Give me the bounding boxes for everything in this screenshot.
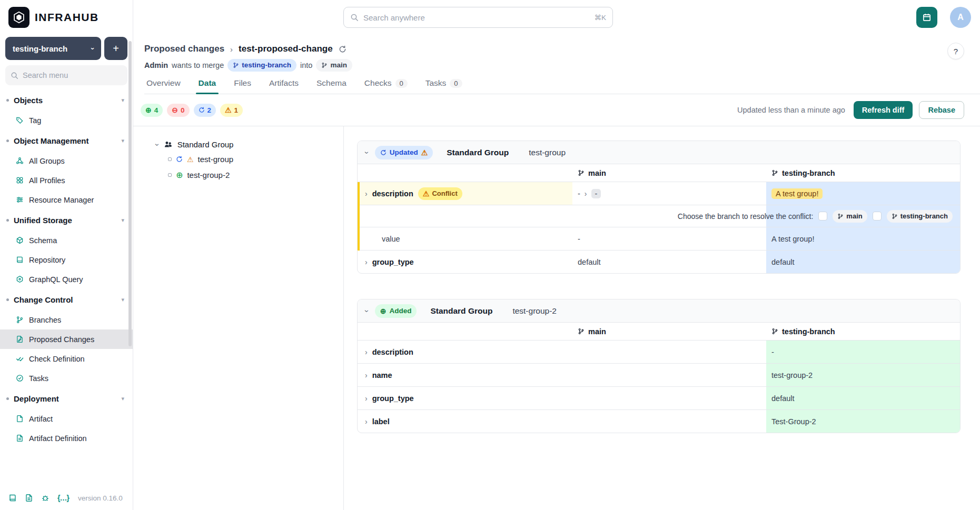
avatar[interactable]: A xyxy=(950,7,971,28)
status-badge-updated: Updated ⚠ xyxy=(375,146,433,159)
resolve-main-badge[interactable]: main xyxy=(833,210,867,223)
chevron-down-icon: ▾ xyxy=(121,97,124,104)
avatar-initial: A xyxy=(957,13,964,22)
tab-overview[interactable]: Overview xyxy=(145,78,182,94)
resolve-testing-branch-badge[interactable]: testing-branch xyxy=(887,210,953,223)
help-button[interactable]: ? xyxy=(947,43,964,59)
chevron-right-icon[interactable]: › xyxy=(365,258,368,266)
diff-row-label[interactable]: ›label Test-Group-2 xyxy=(358,410,960,433)
schedule-button[interactable] xyxy=(916,7,937,28)
column-header-main: main xyxy=(572,164,766,182)
column-header-testing-branch: testing-branch xyxy=(766,323,960,340)
warning-icon: ⚠ xyxy=(225,106,232,114)
tree-node-standard-group[interactable]: › Standard Group xyxy=(156,140,343,149)
sidebar-item-artifact[interactable]: Artifact xyxy=(0,409,133,428)
rebase-button[interactable]: Rebase xyxy=(919,101,964,119)
source-branch-badge: testing-branch xyxy=(227,59,296,72)
git-branch-icon xyxy=(578,169,585,176)
docs-book-icon[interactable] xyxy=(8,494,17,502)
bug-report-icon[interactable] xyxy=(41,494,50,502)
double-check-icon xyxy=(16,355,24,363)
code-braces-icon[interactable]: {…} xyxy=(57,494,69,502)
sidebar-item-check-definition[interactable]: Check Definition xyxy=(0,349,133,368)
app-logo[interactable]: INFRAHUB xyxy=(0,0,133,35)
tab-files[interactable]: Files xyxy=(233,78,252,94)
tab-checks[interactable]: Checks0 xyxy=(363,78,409,94)
author-name: Admin xyxy=(144,61,168,69)
tab-tasks[interactable]: Tasks0 xyxy=(424,78,463,94)
menu-search[interactable] xyxy=(5,65,127,85)
diff-row-group-type[interactable]: › group_type default default xyxy=(358,251,960,273)
artifact-definition-icon xyxy=(16,434,24,442)
warning-icon: ⚠ xyxy=(421,148,428,157)
diff-row-name[interactable]: ›name test-group-2 xyxy=(358,364,960,387)
menu-search-input[interactable] xyxy=(23,71,122,79)
tree-node-test-group[interactable]: ⚠ test-group xyxy=(168,155,343,164)
warning-icon: ⚠ xyxy=(423,189,430,198)
chevron-right-icon[interactable]: › xyxy=(365,190,368,197)
sidebar-item-branches[interactable]: Branches xyxy=(0,310,133,329)
tree-bullet-icon xyxy=(168,157,172,161)
sidebar-item-graphql-query[interactable]: GraphQL Query xyxy=(0,269,133,289)
git-branch-icon xyxy=(233,62,239,68)
nav-section-objects[interactable]: Objects ▾ xyxy=(0,89,133,111)
git-branch-icon xyxy=(321,62,328,68)
property-name: group_type xyxy=(372,258,414,266)
chevron-right-icon[interactable]: › xyxy=(365,395,368,402)
global-search-input[interactable] xyxy=(363,13,589,22)
refresh-diff-button[interactable]: Refresh diff xyxy=(854,101,913,119)
diff-row-description[interactable]: › description ⚠Conflict - › - A test gro… xyxy=(358,182,960,205)
readme-file-icon[interactable] xyxy=(25,494,33,502)
sidebar-item-tag[interactable]: Tag xyxy=(0,111,133,130)
sidebar-item-all-profiles[interactable]: All Profiles xyxy=(0,171,133,190)
removed-count-badge: ⊖0 xyxy=(167,104,189,117)
tab-artifacts[interactable]: Artifacts xyxy=(268,78,300,94)
tab-data[interactable]: Data xyxy=(197,78,217,94)
nav-section-label: Change Control xyxy=(14,295,121,304)
nav-section-deployment[interactable]: Deployment ▾ xyxy=(0,388,133,409)
sidebar-scrollbar[interactable] xyxy=(128,41,132,346)
add-branch-button[interactable]: + xyxy=(104,37,127,60)
sidebar-item-label: Tag xyxy=(29,116,41,125)
nav-section-unified-storage[interactable]: Unified Storage ▾ xyxy=(0,209,133,231)
chevron-down-icon[interactable]: › xyxy=(363,309,371,312)
branch-selector[interactable]: testing-branch › xyxy=(5,37,101,60)
sidebar-item-resource-manager[interactable]: Resource Manager xyxy=(0,190,133,209)
nav-section-object-management[interactable]: Object Management ▾ xyxy=(0,130,133,151)
diff-card-header[interactable]: › Updated ⚠ Standard Group test-group xyxy=(358,141,960,164)
bullet-icon xyxy=(6,139,9,142)
diff-row-description[interactable]: ›description - xyxy=(358,341,960,364)
sidebar-item-artifact-definition[interactable]: Artifact Definition xyxy=(0,428,133,448)
chevron-right-icon[interactable]: › xyxy=(365,418,368,425)
sidebar-item-schema[interactable]: Schema xyxy=(0,231,133,250)
refresh-icon[interactable] xyxy=(339,45,347,53)
resolve-testing-branch-checkbox[interactable] xyxy=(873,212,882,221)
diff-cards-pane: › Updated ⚠ Standard Group test-group ma… xyxy=(344,126,980,510)
chevron-down-icon[interactable]: › xyxy=(363,151,371,154)
page-header: Proposed changes › test-proposed-change … xyxy=(133,35,980,94)
updated-count-badge: 2 xyxy=(194,104,216,117)
sidebar-item-tasks[interactable]: Tasks xyxy=(0,368,133,388)
chevron-right-icon[interactable]: › xyxy=(365,372,368,379)
diff-row-group-type[interactable]: ›group_type default xyxy=(358,387,960,410)
object-name: test-group-2 xyxy=(512,306,557,316)
nav-section-change-control[interactable]: Change Control ▾ xyxy=(0,289,133,310)
sliders-icon xyxy=(16,196,24,204)
sidebar-item-all-groups[interactable]: All Groups xyxy=(0,151,133,171)
diff-card-header[interactable]: › ⊕ Added Standard Group test-group-2 xyxy=(358,299,960,323)
bullet-icon xyxy=(6,219,9,222)
global-search[interactable]: ⌘K xyxy=(343,7,613,28)
git-branch-icon xyxy=(771,328,778,335)
conflict-warning-icon: ⚠ xyxy=(187,155,194,164)
property-name: description xyxy=(372,348,413,356)
chevron-down-icon: ▾ xyxy=(121,217,124,224)
chevron-down-icon[interactable]: › xyxy=(154,143,161,146)
tab-schema[interactable]: Schema xyxy=(315,78,348,94)
chevron-right-icon[interactable]: › xyxy=(365,348,368,356)
resolve-main-checkbox[interactable] xyxy=(818,212,827,221)
breadcrumb-root[interactable]: Proposed changes xyxy=(144,44,224,54)
sidebar-item-proposed-changes[interactable]: Proposed Changes xyxy=(0,329,133,349)
tree-node-test-group-2[interactable]: ⊕ test-group-2 xyxy=(168,171,343,179)
git-branch-icon xyxy=(578,328,585,335)
sidebar-item-repository[interactable]: Repository xyxy=(0,250,133,269)
